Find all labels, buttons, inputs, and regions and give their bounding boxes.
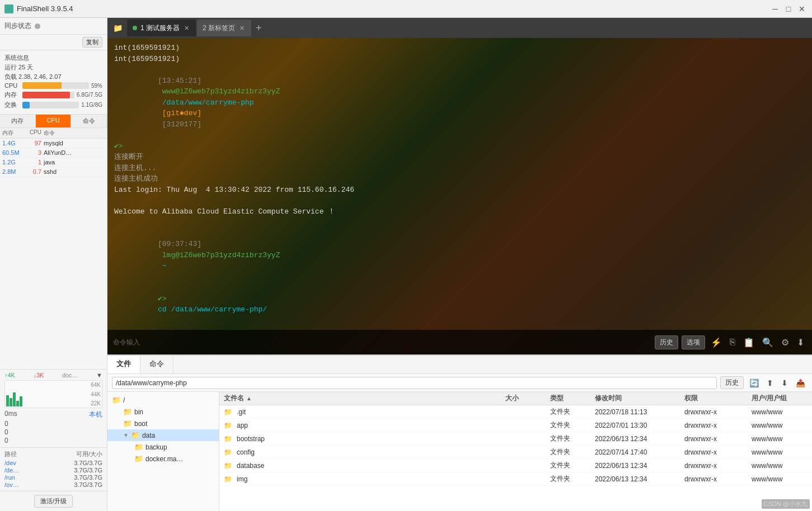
proc-mem: 60.5M [2,149,27,156]
tree-arrow: ▼ [123,432,129,438]
activate-button[interactable]: 激活/升级 [34,495,73,508]
copy-button[interactable]: 复制 [82,37,102,48]
file-mtime: 2022/06/13 12:34 [595,462,684,470]
latency-row3: 0 [4,428,102,436]
file-row-app[interactable]: 📁app 文件夹 2022/07/01 13:30 drwxrwxr-x www… [219,419,812,432]
file-type: 文件夹 [550,461,595,470]
lightning-icon-button[interactable]: ⚡ [708,336,724,349]
add-tab-button[interactable]: + [252,22,265,34]
tab-files[interactable]: 文件 [107,356,140,373]
tree-root[interactable]: 📁 / [107,394,219,406]
proc-tab-cpu[interactable]: CPU [36,115,72,127]
file-row-database[interactable]: 📁database 文件夹 2022/06/13 12:34 drwxrwxr-… [219,459,812,472]
tab-dot [133,26,137,30]
proc-tab-cmd[interactable]: 命令 [71,115,107,127]
app-title: FinalShell 3.9.5.4 [17,4,769,13]
bar-col [16,401,19,406]
col-owner[interactable]: 用户/用户组 [752,394,808,403]
file-mtime: 2022/07/14 17:40 [595,448,684,456]
col-size[interactable]: 大小 [505,394,550,403]
tree-item-data[interactable]: ▼ 📁 data [107,429,219,441]
proc-row[interactable]: 1.4G 97 mysqld [0,139,107,148]
file-perm: drwxrwxr-x [684,408,752,416]
proc-list-header: 内存 CPU 命令 [0,128,107,139]
disk-path: /de… [4,467,21,474]
folder-icon: 📁 [224,448,232,456]
settings-terminal-button[interactable]: ⚙ [779,336,791,349]
tree-item-backup[interactable]: 📁 backup [107,441,219,453]
latency-zero-2: 0 [4,428,8,436]
sidebar-top: 同步状态 [0,18,107,35]
file-type: 文件夹 [550,407,595,417]
col-mtime[interactable]: 修改时间 [595,394,684,403]
proc-row[interactable]: 2.8M 0.7 sshd [0,167,107,177]
file-path-input[interactable] [112,377,717,389]
scroll-down-button[interactable]: ⬇ [795,336,806,349]
bar-col [6,395,9,406]
proc-tab-mem[interactable]: 内存 [0,115,36,127]
proc-name: java [44,159,105,165]
col-perm[interactable]: 权限 [684,394,752,403]
close-button[interactable]: ✕ [796,3,808,15]
file-name: 📁img [224,475,505,483]
mem-label: 内存 [4,91,22,99]
sort-arrow: ▲ [246,395,252,401]
main-layout: 同步状态 复制 系统信息 运行 25 天 负载 2.38, 2.46, 2.07… [0,18,812,511]
tree-item-boot[interactable]: 📁 boot [107,418,219,429]
cpu-meter: CPU 59% [4,82,102,89]
proc-cpu: 3 [27,149,41,156]
term-line [114,195,805,206]
bar-down [13,392,16,406]
file-list-header: 文件名 ▲ 大小 类型 修改时间 权限 用户/用户组 [219,392,812,405]
tab-2-close[interactable]: ✕ [238,25,246,32]
net-expand-icon[interactable]: ▼ [96,372,102,378]
disk-row: /dev 3.7G/3.7G [4,460,102,466]
upload-button[interactable]: 📤 [794,377,808,389]
tree-item-bin[interactable]: 📁 bin [107,406,219,418]
col-type[interactable]: 类型 [550,394,595,403]
disk-col-avail: 可用/大小 [76,450,102,458]
maximize-button[interactable]: □ [783,3,794,15]
cpu-bar-fill [22,82,62,89]
paste-button[interactable]: 📋 [741,336,757,349]
col-name[interactable]: 文件名 ▲ [224,394,505,403]
window-controls: ─ □ ✕ [769,3,808,15]
tab-1-close[interactable]: ✕ [183,25,190,32]
file-type: 文件夹 [550,474,595,484]
tab-1-label: 1 测试服务器 [140,23,180,33]
tree-item-docker[interactable]: 📁 docker.ma… [107,453,219,465]
process-tabs: 内存 CPU 命令 [0,115,107,128]
file-row-bootstrap[interactable]: 📁bootstrap 文件夹 2022/06/13 12:34 drwxrwxr… [219,432,812,446]
file-perm: drwxrwxr-x [684,422,752,429]
latency-row4: 0 [4,437,102,444]
tab-1-test-server[interactable]: 1 测试服务器 ✕ [127,20,196,36]
download-button[interactable]: ⬇ [779,377,790,389]
refresh-button[interactable]: 🔄 [747,377,761,389]
file-history-button[interactable]: 历史 [720,376,744,389]
disk-row: /de… 3.7G/3.7G [4,467,102,474]
file-row-git[interactable]: 📁.git 文件夹 2022/07/18 11:13 drwxrwxr-x ww… [219,405,812,419]
file-row-config[interactable]: 📁config 文件夹 2022/07/14 17:40 drwxrwxr-x … [219,446,812,459]
proc-row[interactable]: 60.5M 3 AliYunD… [0,148,107,158]
proc-cpu: 0.7 [27,168,41,175]
tab-commands[interactable]: 命令 [140,356,173,373]
term-line: Welcome to Alibaba Cloud Elastic Compute… [114,206,805,217]
minimize-button[interactable]: ─ [769,3,781,15]
proc-header-cpu: CPU [27,129,41,137]
tree-item-label: docker.ma… [145,455,183,463]
search-terminal-button[interactable]: 🔍 [760,336,776,349]
proc-row[interactable]: 1.2G 1 java [0,158,107,167]
options-button[interactable]: 选项 [682,335,705,349]
history-button[interactable]: 历史 [655,335,678,349]
bar-down [16,401,19,406]
folder-icon: 📁 [134,443,143,451]
disk-avail: 3.7G/3.7G [21,467,102,474]
disk-path: /run [4,474,21,481]
file-row-img[interactable]: 📁img 文件夹 2022/06/13 12:34 drwxrwxr-x www… [219,472,812,486]
copy-terminal-button[interactable]: ⎘ [727,336,738,348]
terminal-content[interactable]: int(1659591921) int(1659591921) [13:45:2… [107,38,812,330]
up-dir-button[interactable]: ⬆ [764,377,776,389]
run-time: 运行 25 天 [4,63,102,72]
mem-bar-bg [22,92,74,98]
tab-2-new[interactable]: 2 新标签页 ✕ [197,20,251,36]
